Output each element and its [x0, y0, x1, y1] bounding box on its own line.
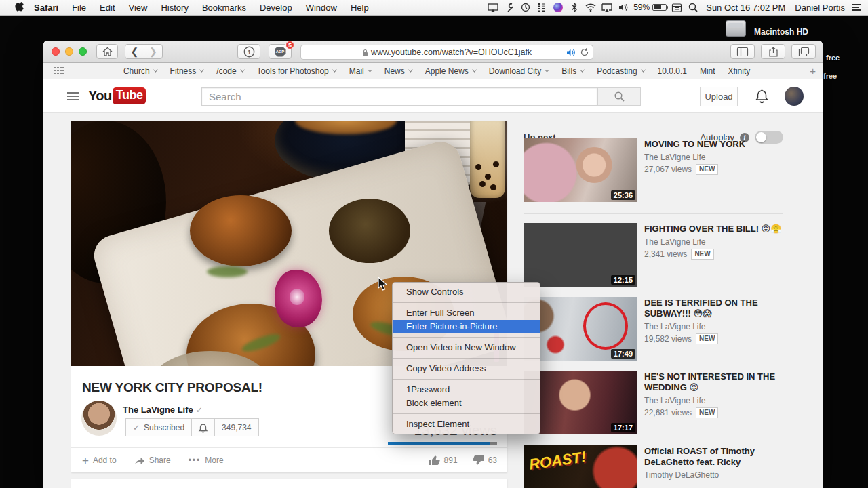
volume-icon[interactable] — [617, 2, 629, 13]
menubar-item-bookmarks[interactable]: Bookmarks — [195, 0, 253, 16]
bookmark-mail[interactable]: Mail — [349, 66, 372, 76]
bookmark-download-city[interactable]: Download City — [489, 66, 549, 76]
new-tab-button[interactable]: + — [810, 65, 816, 77]
bookmark-news[interactable]: News — [384, 66, 412, 76]
notifications-bell-icon[interactable] — [755, 89, 768, 106]
macintosh-hd-label[interactable]: Macintosh HD — [754, 27, 808, 37]
bookmark-church[interactable]: Church — [123, 66, 157, 76]
zoom-window-button[interactable] — [79, 47, 87, 56]
siri-icon[interactable] — [552, 2, 564, 13]
bookmark-tools-for-photoshop[interactable]: Tools for Photoshop — [257, 66, 336, 76]
bookmark-mint[interactable]: Mint — [700, 66, 715, 76]
related-video[interactable]: 25:36 MOVING TO NEW YORK The LaVigne Lif… — [524, 138, 783, 202]
forward-button[interactable]: ❯ — [144, 46, 163, 57]
time-machine-icon[interactable] — [519, 2, 532, 13]
close-window-button[interactable] — [52, 47, 60, 56]
channel-avatar[interactable] — [81, 401, 117, 436]
video-thumbnail[interactable]: ROAST! — [524, 445, 637, 488]
subscription-bell-button[interactable] — [192, 418, 215, 436]
related-video-channel[interactable]: The LaVigne Life — [644, 322, 783, 331]
related-video-title[interactable]: HE'S NOT INTERESTED IN THE WEDDING 😡 — [644, 371, 783, 393]
context-menu-item-copy-video-address[interactable]: Copy Video Address — [393, 362, 540, 375]
related-video-channel[interactable]: Timothy DeLaGhetto — [644, 470, 783, 480]
more-button[interactable]: •••More — [189, 455, 224, 465]
bookmark-podcasting[interactable]: Podcasting — [597, 66, 644, 76]
macintosh-hd-icon[interactable] — [726, 20, 746, 37]
youtube-logo[interactable]: You Tube — [88, 87, 146, 104]
related-video-title[interactable]: DEE IS TERRIFIED ON THE SUBWAY!!! 😳😱 — [644, 298, 783, 319]
context-menu-item-show-controls[interactable]: Show Controls — [393, 285, 540, 299]
tabs-overview-button[interactable] — [791, 44, 816, 59]
related-video-title[interactable]: FIGHTING OVER THE BILL! 😡😤 — [644, 224, 781, 235]
bookmark-10-0-0-1[interactable]: 10.0.0.1 — [658, 66, 687, 76]
bookmark-fitness[interactable]: Fitness — [170, 66, 204, 76]
airplay-icon[interactable] — [601, 2, 613, 13]
add-to-button[interactable]: +Add to — [82, 455, 117, 466]
calendar-icon[interactable] — [671, 2, 683, 13]
bookmark-code[interactable]: /code — [216, 66, 243, 76]
thumbs-up-icon[interactable] — [429, 455, 440, 466]
video-thumbnail[interactable]: 17:17 — [524, 371, 637, 434]
thumbs-down-icon[interactable] — [473, 455, 484, 466]
back-button[interactable]: ❮ — [125, 46, 144, 57]
context-menu-item-block-element[interactable]: Block element — [393, 396, 540, 410]
minimize-window-button[interactable] — [65, 47, 73, 56]
reload-icon[interactable] — [580, 48, 589, 56]
context-menu-item-open-video-in-new-window[interactable]: Open Video in New Window — [393, 341, 540, 354]
related-video-title[interactable]: MOVING TO NEW YORK — [644, 139, 745, 150]
wifi-icon[interactable] — [585, 2, 597, 13]
menubar-item-help[interactable]: Help — [344, 0, 376, 16]
related-video[interactable]: 12:15 FIGHTING OVER THE BILL! 😡😤 The LaV… — [524, 223, 783, 287]
search-input[interactable]: Search — [201, 87, 597, 106]
share-button[interactable] — [761, 44, 785, 59]
video-thumbnail[interactable]: 12:15 — [524, 223, 637, 287]
channel-name[interactable]: The LaVigne Life✓ — [123, 405, 203, 415]
context-menu-item-inspect-element[interactable]: Inspect Element — [393, 418, 540, 431]
menubar-item-develop[interactable]: Develop — [253, 0, 299, 16]
address-bar[interactable]: www.youtube.com/watch?v=OHOUcC1jafk — [300, 45, 593, 60]
home-button[interactable] — [96, 44, 118, 59]
bookmark-xfinity[interactable]: Xfinity — [728, 66, 751, 76]
menubar-item-file[interactable]: File — [65, 0, 93, 16]
menubar-item-safari[interactable]: Safari — [27, 0, 65, 16]
share-video-button[interactable]: Share — [134, 455, 171, 465]
context-menu-item-enter-full-screen[interactable]: Enter Full Screen — [393, 306, 540, 320]
bookmark-grid-icon[interactable] — [54, 67, 64, 75]
search-button[interactable] — [597, 87, 641, 106]
notification-center-icon[interactable] — [852, 3, 861, 12]
subscribed-button[interactable]: ✓Subscribed — [125, 418, 192, 436]
bookmark-bills[interactable]: Bills — [561, 66, 584, 76]
related-video-title[interactable]: Official ROAST of Timothy DeLaGhetto fea… — [644, 446, 783, 468]
sidebar-toggle-button[interactable] — [730, 44, 755, 59]
memory-monitor-icon[interactable] — [536, 2, 548, 13]
related-video-channel[interactable]: The LaVigne Life — [644, 396, 783, 405]
onepassword-button[interactable]: 1 — [237, 44, 260, 59]
menubar-item-edit[interactable]: Edit — [93, 0, 121, 16]
apple-menu-icon[interactable] — [14, 2, 26, 13]
user-avatar[interactable] — [785, 87, 804, 106]
related-video[interactable]: 17:49 DEE IS TERRIFIED ON THE SUBWAY!!! … — [524, 297, 783, 361]
battery-indicator[interactable]: 59% — [633, 3, 667, 12]
video-thumbnail[interactable]: 17:49 — [524, 297, 637, 361]
related-video[interactable]: 17:17 HE'S NOT INTERESTED IN THE WEDDING… — [524, 371, 783, 434]
bookmark-apple-news[interactable]: Apple News — [425, 66, 476, 76]
menubar-user[interactable]: Daniel Portis — [792, 3, 848, 13]
video-thumbnail[interactable]: 25:36 — [524, 138, 637, 202]
menubar-item-window[interactable]: Window — [299, 0, 344, 16]
adblock-button[interactable]: ABP 5 — [269, 44, 292, 59]
related-video-channel[interactable]: The LaVigne Life — [644, 237, 781, 247]
hamburger-menu-icon[interactable] — [67, 92, 79, 102]
related-video[interactable]: ROAST! Official ROAST of Timothy DeLaGhe… — [524, 445, 783, 488]
bluetooth-icon[interactable] — [568, 2, 580, 13]
context-menu-item-1password[interactable]: 1Password — [393, 383, 540, 396]
screen-mirroring-icon[interactable] — [487, 2, 499, 13]
related-video-channel[interactable]: The LaVigne Life — [644, 152, 745, 162]
menubar-item-view[interactable]: View — [122, 0, 155, 16]
context-menu-item-enter-picture-in-picture[interactable]: Enter Picture-in-Picture — [393, 320, 540, 333]
wrench-icon[interactable] — [503, 2, 515, 13]
spotlight-icon[interactable] — [687, 2, 699, 13]
menubar-item-history[interactable]: History — [154, 0, 195, 16]
menubar-clock[interactable]: Sun Oct 16 7:02 PM — [703, 3, 788, 13]
upload-button[interactable]: Upload — [700, 87, 738, 106]
audio-playing-icon[interactable] — [567, 49, 576, 56]
